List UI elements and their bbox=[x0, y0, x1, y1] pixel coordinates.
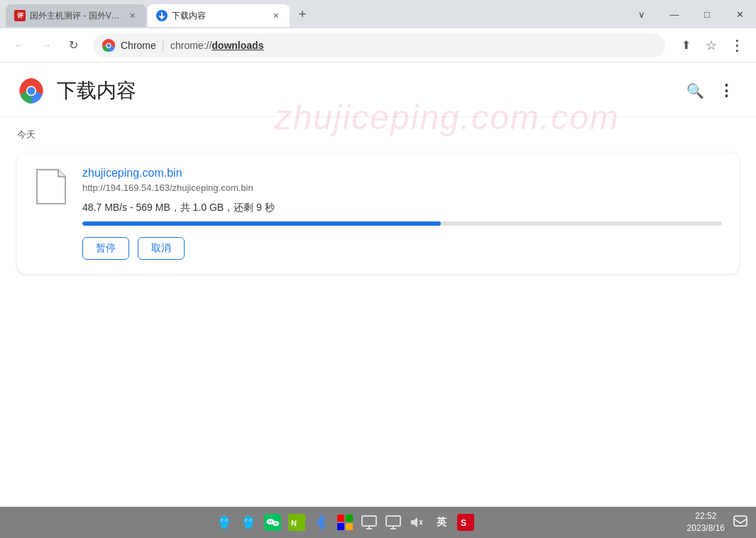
taskbar-icon-monitor2[interactable] bbox=[383, 512, 403, 532]
back-icon: ← bbox=[13, 39, 25, 52]
svg-rect-28 bbox=[337, 515, 344, 522]
address-bar[interactable]: Chrome | chrome://downloads bbox=[94, 33, 665, 57]
forward-icon: → bbox=[40, 39, 52, 52]
svg-point-8 bbox=[221, 525, 228, 529]
tab-active[interactable]: 下载内容 ✕ bbox=[148, 4, 290, 27]
notification-icon bbox=[733, 515, 748, 530]
more-button[interactable]: ⋮ bbox=[725, 33, 749, 57]
taskbar-icon-app1[interactable] bbox=[335, 512, 355, 532]
download-info: zhujiceping.com.bin http://194.169.54.16… bbox=[82, 167, 722, 260]
address-chrome-text: Chrome bbox=[121, 40, 156, 51]
svg-point-3 bbox=[107, 43, 111, 47]
taskbar-time: 22:52 2023/8/16 bbox=[687, 510, 725, 534]
download-progress-bar-fill bbox=[82, 221, 441, 226]
svg-point-13 bbox=[243, 516, 253, 526]
svg-point-23 bbox=[270, 521, 272, 522]
tab-favicon-active bbox=[156, 10, 168, 21]
address-url-bold: downloads bbox=[212, 40, 263, 51]
svg-point-21 bbox=[273, 521, 279, 526]
taskbar-icon-qq2[interactable] bbox=[239, 512, 258, 532]
svg-text:N: N bbox=[291, 519, 297, 527]
page-title: 下载内容 bbox=[57, 77, 671, 104]
svg-point-17 bbox=[246, 520, 247, 521]
taskbar-icon-nvidia[interactable]: N bbox=[287, 512, 307, 532]
reload-button[interactable]: ↻ bbox=[61, 33, 85, 57]
taskbar-icon-monitor1[interactable] bbox=[359, 512, 379, 532]
taskbar-icon-wechat[interactable] bbox=[263, 512, 283, 532]
tab-close-active[interactable]: ✕ bbox=[270, 10, 281, 21]
taskbar-icon-ime[interactable]: 英 bbox=[432, 512, 451, 532]
svg-rect-30 bbox=[337, 523, 344, 530]
svg-point-14 bbox=[245, 525, 252, 529]
bookmark-icon: ☆ bbox=[706, 38, 717, 53]
page-content: zhujiceping.com.com 下载内容 🔍 ⋮ 今天 bbox=[0, 62, 756, 507]
back-button[interactable]: ← bbox=[7, 33, 31, 57]
chevron-down-icon[interactable]: ∨ bbox=[625, 0, 658, 28]
taskbar: N bbox=[0, 507, 756, 538]
file-icon-svg bbox=[35, 168, 67, 205]
svg-point-24 bbox=[274, 523, 275, 525]
close-button[interactable]: ✕ bbox=[723, 0, 756, 28]
svg-point-12 bbox=[226, 520, 227, 521]
more-icon: ⋮ bbox=[730, 37, 744, 54]
nav-right-buttons: ⬆ ☆ ⋮ bbox=[674, 33, 749, 57]
taskbar-icons: N bbox=[6, 512, 684, 532]
title-bar: 评 国外主机测评 - 国外VPS，… ✕ 下载内容 ✕ + ∨ — □ ✕ bbox=[0, 0, 756, 28]
svg-point-6 bbox=[28, 87, 35, 95]
notification-button[interactable] bbox=[730, 512, 750, 532]
taskbar-icon-qq1[interactable] bbox=[214, 512, 234, 532]
pause-button[interactable]: 暂停 bbox=[82, 237, 129, 260]
svg-rect-42 bbox=[734, 516, 747, 526]
svg-point-22 bbox=[268, 521, 270, 522]
svg-rect-32 bbox=[362, 516, 376, 526]
tab-inactive-label: 国外主机测评 - 国外VPS，… bbox=[30, 10, 122, 22]
favicon-inactive: 评 bbox=[14, 10, 26, 21]
tab-active-label: 下载内容 bbox=[172, 10, 206, 22]
search-icon: 🔍 bbox=[686, 82, 704, 99]
tab-inactive[interactable]: 评 国外主机测评 - 国外VPS，… ✕ bbox=[6, 4, 146, 27]
new-tab-button[interactable]: + bbox=[292, 4, 312, 24]
address-url: chrome://downloads bbox=[170, 40, 263, 51]
forward-button[interactable]: → bbox=[34, 33, 58, 57]
address-divider: | bbox=[162, 39, 165, 52]
download-filename[interactable]: zhujiceping.com.bin bbox=[82, 167, 722, 180]
svg-point-25 bbox=[275, 523, 277, 525]
download-progress-bar-background bbox=[82, 221, 722, 226]
download-url: http://194.169.54.163/zhujiceping.com.bi… bbox=[82, 182, 722, 193]
svg-rect-35 bbox=[386, 516, 400, 526]
download-progress-text: 48.7 MB/s - 569 MB，共 1.0 GB，还剩 9 秒 bbox=[82, 202, 722, 214]
svg-rect-29 bbox=[346, 515, 353, 522]
reload-icon: ↻ bbox=[69, 38, 78, 52]
taskbar-icon-bluetooth[interactable] bbox=[311, 512, 331, 532]
page-more-button[interactable]: ⋮ bbox=[713, 78, 739, 104]
download-actions: 暂停 取消 bbox=[82, 237, 722, 260]
taskbar-right: 22:52 2023/8/16 bbox=[687, 510, 750, 534]
svg-rect-31 bbox=[346, 523, 353, 530]
cancel-button[interactable]: 取消 bbox=[138, 237, 185, 260]
bookmark-button[interactable]: ☆ bbox=[699, 33, 723, 57]
tab-close-inactive[interactable]: ✕ bbox=[126, 10, 138, 21]
section-label-today: 今天 bbox=[0, 117, 756, 147]
maximize-button[interactable]: □ bbox=[691, 0, 723, 28]
taskbar-icon-sogou[interactable]: S bbox=[456, 512, 476, 532]
window-controls: ∨ — □ ✕ bbox=[625, 0, 756, 28]
download-item: zhujiceping.com.bin http://194.169.54.16… bbox=[17, 153, 739, 274]
downloads-header: 下载内容 🔍 ⋮ bbox=[0, 62, 756, 117]
page-more-icon: ⋮ bbox=[718, 82, 734, 100]
taskbar-icon-volume[interactable] bbox=[407, 512, 427, 532]
svg-point-18 bbox=[250, 520, 251, 521]
file-icon bbox=[34, 167, 68, 207]
svg-text:S: S bbox=[461, 518, 466, 528]
share-button[interactable]: ⬆ bbox=[674, 33, 698, 57]
chrome-logo bbox=[17, 77, 45, 105]
svg-point-7 bbox=[219, 516, 229, 526]
taskbar-date: 2023/8/16 bbox=[687, 522, 725, 534]
address-url-prefix: chrome:// bbox=[170, 40, 212, 51]
search-button[interactable]: 🔍 bbox=[682, 78, 708, 104]
ime-label: 英 bbox=[437, 516, 447, 529]
chrome-icon bbox=[102, 39, 115, 52]
minimize-button[interactable]: — bbox=[658, 0, 691, 28]
svg-point-11 bbox=[221, 520, 223, 521]
share-icon: ⬆ bbox=[681, 38, 691, 52]
taskbar-clock: 22:52 bbox=[687, 510, 725, 522]
